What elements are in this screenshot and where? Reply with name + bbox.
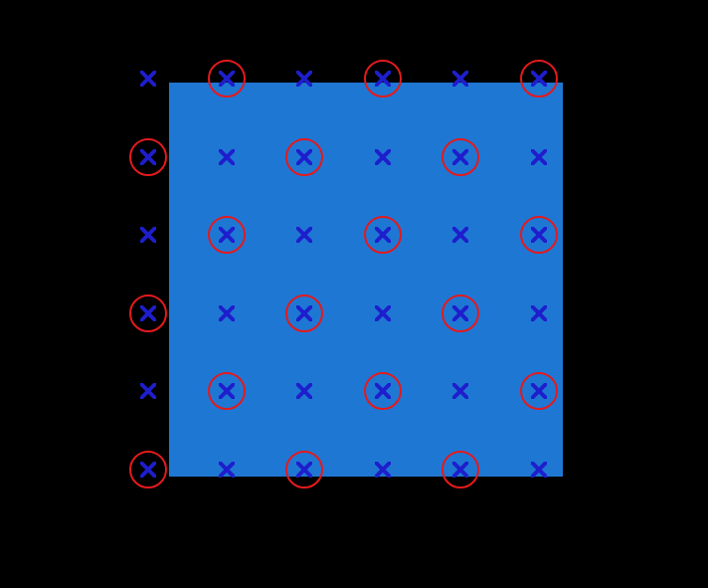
grid-marker <box>452 383 468 399</box>
grid-marker <box>531 305 547 321</box>
highlight-ring <box>285 451 323 489</box>
highlight-ring <box>364 216 402 254</box>
highlight-ring <box>364 372 402 410</box>
highlight-ring <box>285 294 323 332</box>
highlight-ring <box>208 372 246 410</box>
grid-marker <box>219 305 235 321</box>
background-square <box>169 83 563 477</box>
grid-marker <box>375 462 391 478</box>
highlight-ring <box>442 294 479 332</box>
grid-marker <box>452 71 468 87</box>
grid-marker <box>531 149 547 165</box>
grid-marker <box>375 305 391 321</box>
highlight-ring <box>364 60 402 98</box>
highlight-ring <box>442 451 479 489</box>
highlight-ring <box>520 372 558 410</box>
grid-marker <box>219 462 235 478</box>
highlight-ring <box>520 60 558 98</box>
grid-marker <box>140 383 156 399</box>
highlight-ring <box>520 216 558 254</box>
highlight-ring <box>129 451 167 489</box>
grid-marker <box>452 227 468 243</box>
highlight-ring <box>285 138 323 176</box>
grid-marker <box>140 71 156 87</box>
grid-marker <box>375 149 391 165</box>
highlight-ring <box>129 294 167 332</box>
grid-marker <box>140 227 156 243</box>
highlight-ring <box>208 216 246 254</box>
grid-marker <box>219 149 235 165</box>
grid-marker <box>296 71 312 87</box>
diagram-canvas <box>0 0 708 588</box>
highlight-ring <box>442 138 479 176</box>
grid-marker <box>296 227 312 243</box>
highlight-ring <box>129 138 167 176</box>
grid-marker <box>531 462 547 478</box>
highlight-ring <box>208 60 246 98</box>
grid-marker <box>296 383 312 399</box>
